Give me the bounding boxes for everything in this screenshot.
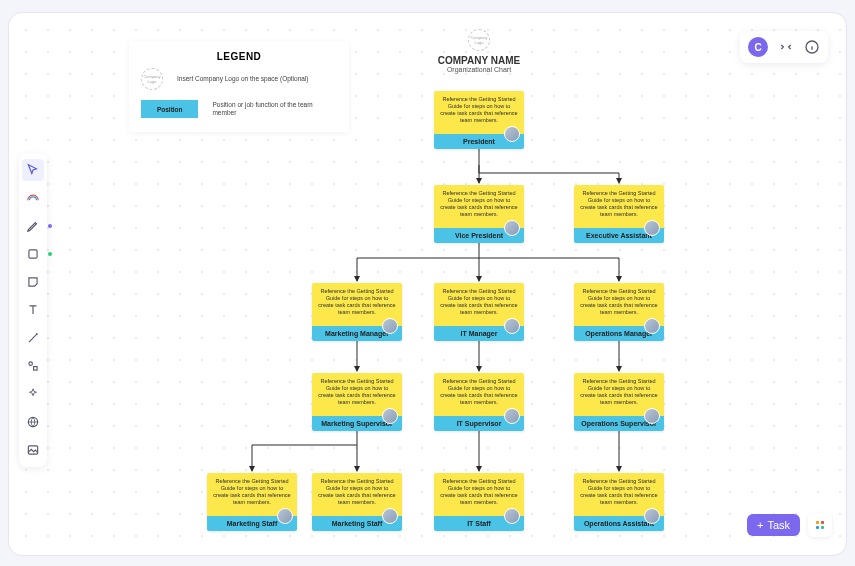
diagram-content[interactable]: LEGEND Company Logo Insert Company Logo … (9, 13, 846, 555)
company-logo-placeholder: Company Logo (468, 29, 490, 51)
card-it-staff[interactable]: Reference the Getting Started Guide for … (434, 473, 524, 531)
card-hint: Reference the Getting Started Guide for … (580, 478, 657, 505)
card-president[interactable]: Reference the Getting Started Guide for … (434, 91, 524, 149)
avatar (504, 408, 520, 424)
card-hint: Reference the Getting Started Guide for … (440, 378, 517, 405)
card-hint: Reference the Getting Started Guide for … (580, 288, 657, 315)
legend-box[interactable]: LEGEND Company Logo Insert Company Logo … (129, 41, 349, 132)
avatar (644, 408, 660, 424)
card-hint: Reference the Getting Started Guide for … (213, 478, 290, 505)
company-subtitle: Organizational Chart (434, 66, 524, 73)
card-ea[interactable]: Reference the Getting Started Guide for … (574, 185, 664, 243)
canvas-frame: C + Task LEGEND Company Logo Insert Comp… (8, 12, 847, 556)
avatar (277, 508, 293, 524)
card-hint: Reference the Getting Started Guide for … (580, 190, 657, 217)
avatar (644, 318, 660, 334)
card-hint: Reference the Getting Started Guide for … (440, 478, 517, 505)
card-hint: Reference the Getting Started Guide for … (318, 288, 395, 315)
legend-title: LEGEND (141, 51, 337, 62)
card-ops-mgr[interactable]: Reference the Getting Started Guide for … (574, 283, 664, 341)
card-hint: Reference the Getting Started Guide for … (440, 288, 517, 315)
avatar (382, 408, 398, 424)
card-mkt-sup[interactable]: Reference the Getting Started Guide for … (312, 373, 402, 431)
legend-position-chip: Position (141, 100, 198, 118)
avatar (644, 220, 660, 236)
legend-position-desc: Position or job function of the team mem… (212, 101, 337, 118)
card-hint: Reference the Getting Started Guide for … (318, 478, 395, 505)
card-hint: Reference the Getting Started Guide for … (440, 190, 517, 217)
company-header: Company Logo COMPANY NAME Organizational… (434, 29, 524, 73)
avatar (382, 318, 398, 334)
avatar (504, 508, 520, 524)
card-it-mgr[interactable]: Reference the Getting Started Guide for … (434, 283, 524, 341)
card-hint: Reference the Getting Started Guide for … (580, 378, 657, 405)
card-vp[interactable]: Reference the Getting Started Guide for … (434, 185, 524, 243)
avatar (382, 508, 398, 524)
card-mkt-staff-1[interactable]: Reference the Getting Started Guide for … (207, 473, 297, 531)
avatar (504, 318, 520, 334)
avatar (504, 220, 520, 236)
card-hint: Reference the Getting Started Guide for … (318, 378, 395, 405)
company-name: COMPANY NAME (434, 55, 524, 66)
avatar (504, 126, 520, 142)
card-hint: Reference the Getting Started Guide for … (440, 96, 517, 123)
card-ops-asst[interactable]: Reference the Getting Started Guide for … (574, 473, 664, 531)
card-it-sup[interactable]: Reference the Getting Started Guide for … (434, 373, 524, 431)
avatar (644, 508, 660, 524)
card-mkt-staff-2[interactable]: Reference the Getting Started Guide for … (312, 473, 402, 531)
legend-logo-placeholder: Company Logo (141, 68, 163, 90)
legend-logo-desc: Insert Company Logo on the space (Option… (177, 75, 309, 83)
card-ops-sup[interactable]: Reference the Getting Started Guide for … (574, 373, 664, 431)
card-mkt-mgr[interactable]: Reference the Getting Started Guide for … (312, 283, 402, 341)
